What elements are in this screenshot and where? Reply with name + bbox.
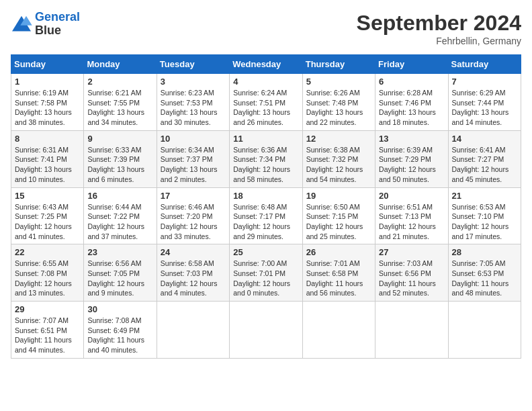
day-info: Sunrise: 6:28 AMSunset: 7:46 PMDaylight:… bbox=[379, 88, 444, 128]
day-number: 17 bbox=[161, 191, 226, 201]
calendar-cell: 19 Sunrise: 6:50 AMSunset: 7:15 PMDaylig… bbox=[302, 187, 375, 244]
logo-icon bbox=[11, 15, 32, 34]
day-info: Sunrise: 6:23 AMSunset: 7:53 PMDaylight:… bbox=[161, 88, 226, 128]
day-number: 12 bbox=[306, 134, 371, 144]
calendar-cell: 22 Sunrise: 6:55 AMSunset: 7:08 PMDaylig… bbox=[11, 244, 84, 302]
calendar-cell: 30 Sunrise: 7:08 AMSunset: 6:49 PMDaylig… bbox=[84, 302, 157, 359]
day-info: Sunrise: 6:53 AMSunset: 7:10 PMDaylight:… bbox=[452, 202, 517, 242]
day-number: 30 bbox=[87, 304, 152, 314]
day-number: 8 bbox=[15, 134, 80, 144]
day-number: 2 bbox=[87, 77, 152, 87]
weekday-header-monday: Monday bbox=[84, 55, 157, 74]
day-info: Sunrise: 6:26 AMSunset: 7:48 PMDaylight:… bbox=[306, 88, 371, 128]
day-info: Sunrise: 6:41 AMSunset: 7:27 PMDaylight:… bbox=[452, 145, 517, 185]
weekday-header-friday: Friday bbox=[375, 55, 448, 74]
weekday-header-sunday: Sunday bbox=[11, 55, 84, 74]
calendar-cell: 27 Sunrise: 7:03 AMSunset: 6:56 PMDaylig… bbox=[375, 244, 448, 302]
location: Fehrbellin, Germany bbox=[357, 36, 521, 46]
day-number: 9 bbox=[87, 134, 152, 144]
day-number: 7 bbox=[452, 77, 517, 87]
day-info: Sunrise: 6:21 AMSunset: 7:55 PMDaylight:… bbox=[87, 88, 152, 128]
title-block: September 2024 Fehrbellin, Germany bbox=[357, 11, 521, 46]
calendar-cell bbox=[302, 302, 375, 359]
calendar-cell: 13 Sunrise: 6:39 AMSunset: 7:29 PMDaylig… bbox=[375, 130, 448, 187]
day-info: Sunrise: 7:01 AMSunset: 6:58 PMDaylight:… bbox=[306, 259, 371, 298]
calendar-week-2: 8 Sunrise: 6:31 AMSunset: 7:41 PMDayligh… bbox=[11, 130, 521, 187]
month-title: September 2024 bbox=[357, 11, 521, 36]
day-info: Sunrise: 6:38 AMSunset: 7:32 PMDaylight:… bbox=[306, 145, 371, 185]
calendar-cell: 16 Sunrise: 6:44 AMSunset: 7:22 PMDaylig… bbox=[84, 187, 157, 244]
calendar-cell: 20 Sunrise: 6:51 AMSunset: 7:13 PMDaylig… bbox=[375, 187, 448, 244]
calendar-cell: 9 Sunrise: 6:33 AMSunset: 7:39 PMDayligh… bbox=[84, 130, 157, 187]
logo-text: GeneralBlue bbox=[35, 11, 80, 38]
calendar-week-3: 15 Sunrise: 6:43 AMSunset: 7:25 PMDaylig… bbox=[11, 187, 521, 244]
day-info: Sunrise: 7:00 AMSunset: 7:01 PMDaylight:… bbox=[233, 259, 298, 298]
day-info: Sunrise: 6:48 AMSunset: 7:17 PMDaylight:… bbox=[233, 202, 298, 242]
day-info: Sunrise: 7:07 AMSunset: 6:51 PMDaylight:… bbox=[15, 316, 80, 355]
day-info: Sunrise: 6:33 AMSunset: 7:39 PMDaylight:… bbox=[87, 145, 152, 185]
calendar-cell: 2 Sunrise: 6:21 AMSunset: 7:55 PMDayligh… bbox=[84, 74, 157, 131]
calendar-cell: 23 Sunrise: 6:56 AMSunset: 7:05 PMDaylig… bbox=[84, 244, 157, 302]
day-info: Sunrise: 7:08 AMSunset: 6:49 PMDaylight:… bbox=[87, 316, 152, 355]
calendar-cell: 10 Sunrise: 6:34 AMSunset: 7:37 PMDaylig… bbox=[157, 130, 229, 187]
day-number: 15 bbox=[15, 191, 80, 201]
calendar-cell: 26 Sunrise: 7:01 AMSunset: 6:58 PMDaylig… bbox=[302, 244, 375, 302]
day-number: 3 bbox=[161, 77, 226, 87]
day-info: Sunrise: 6:39 AMSunset: 7:29 PMDaylight:… bbox=[379, 145, 444, 185]
calendar-week-1: 1 Sunrise: 6:19 AMSunset: 7:58 PMDayligh… bbox=[11, 74, 521, 131]
calendar-cell: 25 Sunrise: 7:00 AMSunset: 7:01 PMDaylig… bbox=[230, 244, 302, 302]
day-number: 6 bbox=[379, 77, 444, 87]
calendar-cell: 8 Sunrise: 6:31 AMSunset: 7:41 PMDayligh… bbox=[11, 130, 84, 187]
calendar-cell: 29 Sunrise: 7:07 AMSunset: 6:51 PMDaylig… bbox=[11, 302, 84, 359]
day-number: 19 bbox=[306, 191, 371, 201]
calendar-cell: 3 Sunrise: 6:23 AMSunset: 7:53 PMDayligh… bbox=[157, 74, 229, 131]
weekday-header-tuesday: Tuesday bbox=[157, 55, 229, 74]
day-number: 21 bbox=[452, 191, 517, 201]
calendar-cell bbox=[230, 302, 302, 359]
day-info: Sunrise: 6:36 AMSunset: 7:34 PMDaylight:… bbox=[233, 145, 298, 185]
day-info: Sunrise: 6:24 AMSunset: 7:51 PMDaylight:… bbox=[233, 88, 298, 128]
day-info: Sunrise: 6:29 AMSunset: 7:44 PMDaylight:… bbox=[452, 88, 517, 128]
day-info: Sunrise: 6:51 AMSunset: 7:13 PMDaylight:… bbox=[379, 202, 444, 242]
day-info: Sunrise: 6:46 AMSunset: 7:20 PMDaylight:… bbox=[161, 202, 226, 242]
calendar-cell: 15 Sunrise: 6:43 AMSunset: 7:25 PMDaylig… bbox=[11, 187, 84, 244]
calendar-cell: 28 Sunrise: 7:05 AMSunset: 6:53 PMDaylig… bbox=[448, 244, 521, 302]
day-number: 20 bbox=[379, 191, 444, 201]
day-info: Sunrise: 7:03 AMSunset: 6:56 PMDaylight:… bbox=[379, 259, 444, 298]
day-number: 5 bbox=[306, 77, 371, 87]
day-number: 10 bbox=[161, 134, 226, 144]
calendar-cell: 18 Sunrise: 6:48 AMSunset: 7:17 PMDaylig… bbox=[230, 187, 302, 244]
weekday-header-wednesday: Wednesday bbox=[230, 55, 302, 74]
day-number: 1 bbox=[15, 77, 80, 87]
weekday-header-thursday: Thursday bbox=[302, 55, 375, 74]
calendar-cell: 17 Sunrise: 6:46 AMSunset: 7:20 PMDaylig… bbox=[157, 187, 229, 244]
day-info: Sunrise: 7:05 AMSunset: 6:53 PMDaylight:… bbox=[452, 259, 517, 298]
calendar-cell: 24 Sunrise: 6:58 AMSunset: 7:03 PMDaylig… bbox=[157, 244, 229, 302]
day-number: 29 bbox=[15, 304, 80, 314]
day-info: Sunrise: 6:58 AMSunset: 7:03 PMDaylight:… bbox=[161, 259, 226, 298]
day-number: 22 bbox=[15, 247, 80, 257]
calendar-cell: 1 Sunrise: 6:19 AMSunset: 7:58 PMDayligh… bbox=[11, 74, 84, 131]
calendar-cell: 21 Sunrise: 6:53 AMSunset: 7:10 PMDaylig… bbox=[448, 187, 521, 244]
day-number: 28 bbox=[452, 247, 517, 257]
day-number: 27 bbox=[379, 247, 444, 257]
calendar-cell: 4 Sunrise: 6:24 AMSunset: 7:51 PMDayligh… bbox=[230, 74, 302, 131]
weekday-header-saturday: Saturday bbox=[448, 55, 521, 74]
day-number: 4 bbox=[233, 77, 298, 87]
day-number: 13 bbox=[379, 134, 444, 144]
calendar-week-4: 22 Sunrise: 6:55 AMSunset: 7:08 PMDaylig… bbox=[11, 244, 521, 302]
day-number: 16 bbox=[87, 191, 152, 201]
calendar-cell: 11 Sunrise: 6:36 AMSunset: 7:34 PMDaylig… bbox=[230, 130, 302, 187]
day-number: 23 bbox=[87, 247, 152, 257]
day-number: 14 bbox=[452, 134, 517, 144]
calendar-cell: 12 Sunrise: 6:38 AMSunset: 7:32 PMDaylig… bbox=[302, 130, 375, 187]
calendar-cell: 6 Sunrise: 6:28 AMSunset: 7:46 PMDayligh… bbox=[375, 74, 448, 131]
calendar-cell bbox=[375, 302, 448, 359]
calendar-cell: 7 Sunrise: 6:29 AMSunset: 7:44 PMDayligh… bbox=[448, 74, 521, 131]
day-number: 11 bbox=[233, 134, 298, 144]
calendar-table: SundayMondayTuesdayWednesdayThursdayFrid… bbox=[11, 54, 521, 359]
day-info: Sunrise: 6:19 AMSunset: 7:58 PMDaylight:… bbox=[15, 88, 80, 128]
day-number: 26 bbox=[306, 247, 371, 257]
day-info: Sunrise: 6:44 AMSunset: 7:22 PMDaylight:… bbox=[87, 202, 152, 242]
calendar-cell: 5 Sunrise: 6:26 AMSunset: 7:48 PMDayligh… bbox=[302, 74, 375, 131]
